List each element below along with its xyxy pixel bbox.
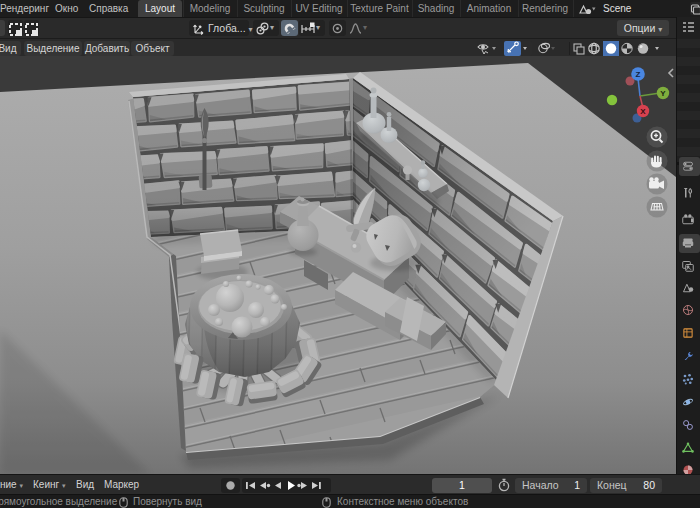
- svg-text:X: X: [640, 107, 646, 116]
- svg-text:Z: Z: [636, 70, 641, 79]
- svg-text:Y: Y: [660, 89, 666, 98]
